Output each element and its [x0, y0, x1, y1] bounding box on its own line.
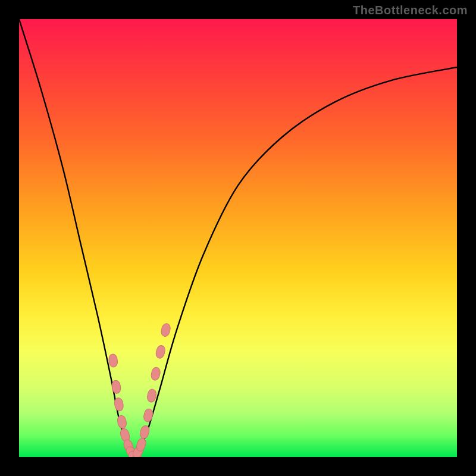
bead	[143, 408, 154, 422]
bead	[111, 380, 121, 394]
bead	[151, 367, 161, 381]
bead	[146, 389, 157, 403]
bead	[160, 322, 171, 337]
bottleneck-curve-svg	[19, 19, 457, 457]
bead	[114, 397, 124, 412]
curve-beads	[108, 322, 171, 457]
plot-area	[19, 19, 457, 457]
watermark-label: TheBottleneck.com	[353, 4, 468, 17]
chart-frame: TheBottleneck.com	[0, 0, 476, 476]
bottleneck-curve	[19, 19, 457, 457]
bead	[155, 345, 166, 359]
bead	[117, 415, 127, 429]
bead	[108, 353, 118, 367]
